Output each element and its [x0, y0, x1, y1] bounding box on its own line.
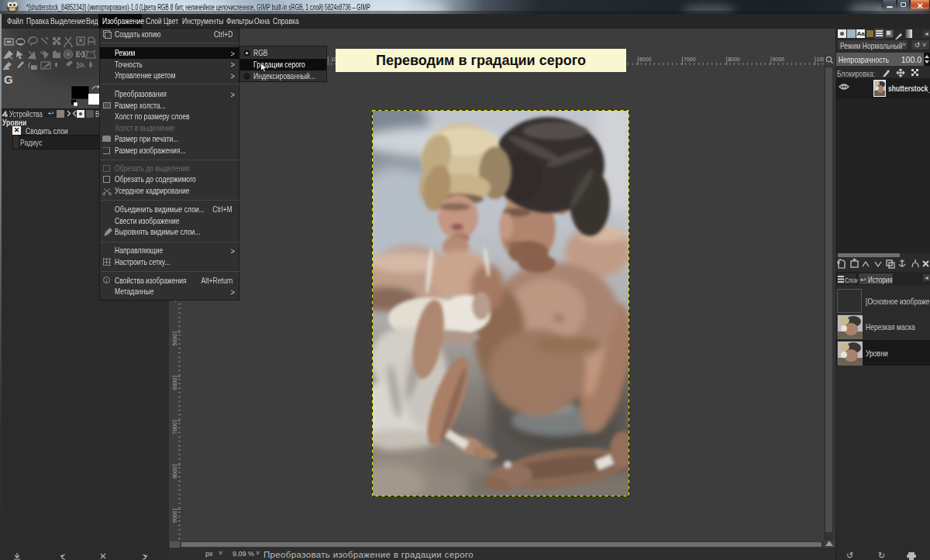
svg-text:7000: 7000	[172, 422, 177, 435]
svg-text:9000: 9000	[172, 510, 177, 523]
svg-text:7000: 7000	[684, 57, 696, 62]
svg-text:9000: 9000	[772, 57, 784, 62]
svg-text:6000: 6000	[172, 378, 177, 390]
svg-text:G: G	[4, 73, 13, 86]
svg-text:8000: 8000	[728, 57, 740, 62]
svg-text:8000: 8000	[172, 466, 177, 479]
svg-text:6000: 6000	[639, 57, 652, 62]
svg-text:5000: 5000	[172, 334, 177, 346]
